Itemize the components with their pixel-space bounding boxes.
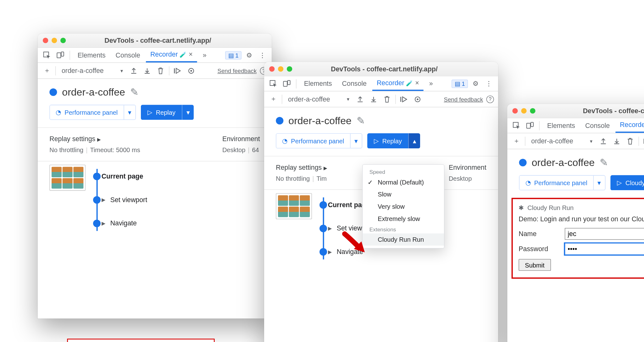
submit-button[interactable]: Submit [519, 259, 551, 271]
annotation-arrow-icon [342, 231, 366, 256]
tabs-overflow[interactable]: » [425, 76, 437, 91]
recording-select[interactable]: order-a-coffee▾ [529, 136, 595, 146]
window-title: DevTools - coffee-cart.netlify.app/ [297, 65, 472, 73]
delete-icon[interactable] [382, 94, 392, 104]
tab-console[interactable]: Console [111, 48, 144, 63]
replay-caret[interactable]: ▴ [408, 133, 420, 148]
new-recording-icon[interactable]: ＋ [268, 94, 278, 104]
import-icon[interactable] [142, 66, 152, 76]
new-recording-icon[interactable]: ＋ [42, 66, 52, 76]
export-icon[interactable] [129, 66, 139, 76]
close-tab-icon[interactable]: × [415, 79, 419, 87]
issues-badge[interactable]: ▤1 [452, 80, 468, 88]
edit-title-icon[interactable]: ✎ [130, 86, 139, 98]
tab-recorder[interactable]: Recorder🧪× [373, 76, 424, 91]
inspect-element-icon[interactable] [511, 120, 522, 131]
send-feedback-link[interactable]: Send feedback [217, 67, 257, 74]
recording-title[interactable]: order-a-coffee [532, 157, 595, 168]
menu-item-very-slow[interactable]: Very slow [363, 200, 444, 212]
menu-header-speed: Speed [363, 167, 444, 176]
zoom-icon[interactable] [60, 38, 66, 43]
menu-item-cloudy-run-run[interactable]: Cloudy Run Run [363, 234, 444, 246]
import-icon[interactable] [369, 94, 379, 104]
minimize-icon[interactable] [52, 38, 57, 43]
tabs-overflow[interactable]: » [198, 48, 211, 63]
import-icon[interactable] [612, 136, 622, 146]
export-icon[interactable] [355, 94, 365, 104]
export-icon[interactable] [598, 136, 608, 146]
settings-icon[interactable]: ⚙ [469, 78, 481, 89]
environment-header: Environment [222, 135, 260, 143]
performance-panel-caret[interactable]: ▾ [124, 105, 135, 119]
tab-elements[interactable]: Elements [543, 118, 580, 133]
step-set-viewport[interactable]: ▶Set viewport [102, 188, 147, 212]
recording-title[interactable]: order-a-coffee [62, 86, 125, 98]
svg-rect-1 [57, 52, 61, 58]
zoom-icon[interactable] [287, 66, 292, 72]
zoom-icon[interactable] [530, 108, 535, 113]
step-navigate[interactable]: ▶Navigate [102, 212, 147, 235]
replay-caret[interactable]: ▾ [182, 105, 194, 120]
delete-icon[interactable] [625, 136, 635, 146]
tab-recorder[interactable]: Recorder🧪× [616, 118, 644, 133]
close-icon[interactable] [269, 66, 275, 72]
recording-title[interactable]: order-a-coffee [288, 115, 351, 126]
step-play-icon[interactable] [399, 94, 409, 104]
close-tab-icon[interactable]: × [189, 51, 192, 58]
custom-replay-button[interactable]: ▷Cloudy Run Run▾ [610, 175, 644, 190]
name-input[interactable] [565, 228, 644, 240]
new-recording-icon[interactable]: ＋ [512, 136, 522, 146]
flask-icon: 🧪 [180, 51, 186, 58]
breakpoint-icon[interactable] [413, 94, 423, 104]
replay-settings-header[interactable]: Replay settings ▶ [49, 135, 140, 143]
edit-title-icon[interactable]: ✎ [357, 115, 365, 126]
device-toolbar-icon[interactable] [281, 78, 292, 89]
kebab-menu-icon[interactable]: ⋮ [257, 49, 268, 61]
extension-icon: ✱ [519, 204, 524, 212]
device-toolbar-icon[interactable] [524, 120, 536, 131]
close-icon[interactable] [512, 108, 518, 113]
issues-badge[interactable]: ▤1 [225, 51, 242, 59]
step-current-page[interactable]: Current page [102, 165, 147, 188]
minimize-icon[interactable] [521, 108, 526, 113]
inspect-element-icon[interactable] [41, 49, 53, 61]
password-input[interactable] [565, 243, 644, 255]
kebab-menu-icon[interactable]: ⋮ [483, 78, 495, 89]
close-icon[interactable] [43, 38, 48, 43]
device-toolbar-icon[interactable] [54, 49, 66, 61]
performance-panel-button[interactable]: ◔Performance panel▾ [276, 133, 362, 148]
replay-button[interactable]: ▷Replay▴ [367, 133, 420, 148]
extension-panel-description: Demo: Login and run your test on our Clo… [519, 215, 644, 223]
step-play-icon[interactable] [642, 136, 644, 146]
password-label: Password [519, 245, 556, 253]
tab-elements[interactable]: Elements [73, 48, 110, 63]
menu-item-extremely-slow[interactable]: Extremely slow [363, 212, 444, 225]
step-play-icon[interactable] [173, 66, 183, 76]
performance-panel-button[interactable]: ◔Performance panel ▾ [49, 105, 136, 120]
recording-select[interactable]: order-a-coffee▾ [286, 95, 352, 104]
replay-button[interactable]: ▷Replay ▾ [141, 105, 194, 120]
minimize-icon[interactable] [278, 66, 283, 72]
recorder-toolbar: ＋ order-a-coffee ▾ Send feedback ? [38, 63, 272, 79]
menu-item-normal[interactable]: Normal (Default) [363, 176, 444, 188]
inspect-element-icon[interactable] [268, 78, 279, 89]
record-indicator-icon [49, 88, 57, 96]
svg-rect-14 [531, 122, 533, 126]
tabstrip: Elements Console Recorder🧪 × » ▤1 ⚙ ⋮ [38, 48, 272, 63]
performance-panel-button[interactable]: ◔Performance panel▾ [519, 175, 605, 190]
send-feedback-link[interactable]: Send feedback [444, 96, 483, 102]
edit-title-icon[interactable]: ✎ [600, 157, 608, 168]
tab-console[interactable]: Console [581, 118, 614, 133]
replay-speed-menu: Speed Normal (Default) Slow Very slow Ex… [362, 164, 444, 249]
menu-item-slow[interactable]: Slow [363, 188, 444, 201]
breakpoint-icon[interactable] [186, 66, 196, 76]
delete-icon[interactable] [156, 66, 166, 76]
help-icon[interactable]: ? [486, 95, 494, 103]
tab-console[interactable]: Console [338, 76, 371, 91]
tab-elements[interactable]: Elements [300, 76, 336, 91]
titlebar: DevTools - coffee-cart.netlify.app/ [38, 34, 272, 48]
window-title: DevTools - coffee-cart.netlify.app/ [70, 37, 246, 44]
recording-select[interactable]: order-a-coffee ▾ [59, 66, 125, 75]
tab-recorder[interactable]: Recorder🧪 × [146, 48, 197, 63]
settings-icon[interactable]: ⚙ [243, 49, 255, 61]
